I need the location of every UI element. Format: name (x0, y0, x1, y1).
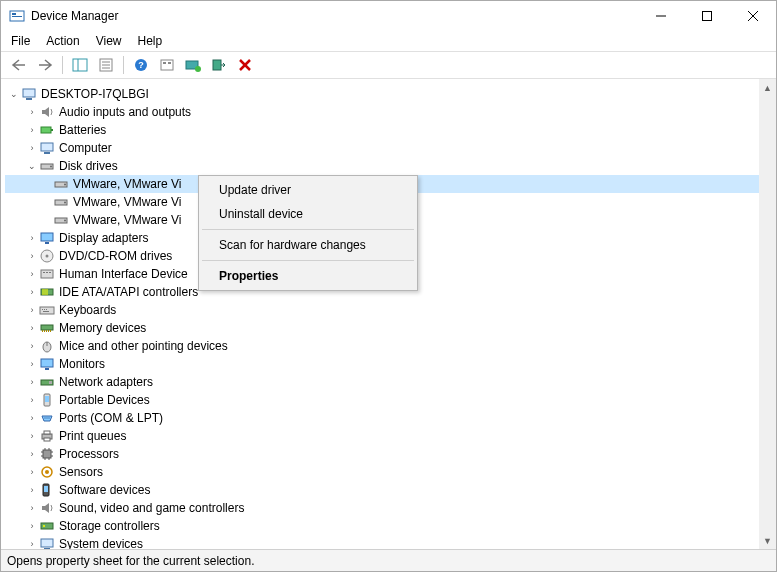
software-icon (39, 482, 55, 498)
forward-button[interactable] (33, 54, 57, 76)
menu-item-scan-hardware[interactable]: Scan for hardware changes (201, 233, 415, 257)
back-button[interactable] (7, 54, 31, 76)
tree-label: Monitors (59, 355, 105, 373)
help-icon[interactable]: ? (129, 54, 153, 76)
svg-point-88 (43, 525, 45, 527)
scan-hardware-icon[interactable] (207, 54, 231, 76)
chevron-down-icon[interactable]: ⌄ (25, 159, 39, 173)
system-icon (39, 536, 55, 549)
tree-item-system[interactable]: ›System devices (5, 535, 772, 549)
tree-item-memory[interactable]: ›Memory devices (5, 319, 772, 337)
tree-label: Portable Devices (59, 391, 150, 409)
tree-item-print[interactable]: ›Print queues (5, 427, 772, 445)
svg-rect-59 (50, 330, 51, 332)
chevron-right-icon[interactable]: › (25, 429, 39, 443)
svg-rect-65 (49, 381, 52, 384)
show-hide-console-tree-icon[interactable] (68, 54, 92, 76)
tree-label: Mice and other pointing devices (59, 337, 228, 355)
chevron-right-icon[interactable]: › (25, 105, 39, 119)
chevron-right-icon[interactable]: › (25, 447, 39, 461)
svg-text:?: ? (138, 60, 144, 70)
chevron-right-icon[interactable]: › (25, 411, 39, 425)
chevron-right-icon[interactable]: › (25, 141, 39, 155)
status-text: Opens property sheet for the current sel… (7, 554, 254, 568)
chevron-right-icon[interactable]: › (25, 537, 39, 549)
toolbar: ? (1, 51, 776, 79)
tree-item-software[interactable]: ›Software devices (5, 481, 772, 499)
chevron-right-icon[interactable]: › (25, 393, 39, 407)
chevron-right-icon[interactable]: › (25, 303, 39, 317)
menu-separator (202, 260, 414, 261)
menu-action[interactable]: Action (46, 34, 79, 48)
chevron-right-icon[interactable]: › (25, 249, 39, 263)
device-tree[interactable]: ⌄ DESKTOP-I7QLBGI › Audio inputs and out… (1, 79, 776, 549)
disk-icon (53, 176, 69, 192)
scroll-down-icon[interactable]: ▼ (759, 532, 776, 549)
menu-item-update-driver[interactable]: Update driver (201, 178, 415, 202)
tree-item-storage[interactable]: ›Storage controllers (5, 517, 772, 535)
chevron-right-icon[interactable]: › (25, 483, 39, 497)
keyboard-icon (39, 302, 55, 318)
menu-view[interactable]: View (96, 34, 122, 48)
chevron-right-icon[interactable]: › (25, 285, 39, 299)
tree-item-mice[interactable]: ›Mice and other pointing devices (5, 337, 772, 355)
properties-icon[interactable] (94, 54, 118, 76)
chevron-right-icon[interactable]: › (25, 321, 39, 335)
display-icon (39, 230, 55, 246)
sound-icon (39, 500, 55, 516)
chevron-right-icon[interactable]: › (25, 501, 39, 515)
chevron-right-icon[interactable]: › (25, 519, 39, 533)
svg-point-30 (50, 166, 52, 168)
tree-root[interactable]: ⌄ DESKTOP-I7QLBGI (5, 85, 772, 103)
toolbar-separator (123, 56, 124, 74)
chevron-right-icon[interactable]: › (25, 123, 39, 137)
menu-item-uninstall-device[interactable]: Uninstall device (201, 202, 415, 226)
tree-item-sensors[interactable]: ›Sensors (5, 463, 772, 481)
chevron-right-icon[interactable]: › (25, 375, 39, 389)
svg-rect-25 (41, 127, 51, 133)
menu-help[interactable]: Help (138, 34, 163, 48)
tree-item-sound[interactable]: ›Sound, video and game controllers (5, 499, 772, 517)
cpu-icon (39, 446, 55, 462)
svg-rect-43 (46, 272, 48, 273)
context-menu: Update driver Uninstall device Scan for … (198, 175, 418, 291)
chevron-right-icon[interactable]: › (25, 357, 39, 371)
ports-icon (39, 410, 55, 426)
tree-item-batteries[interactable]: › Batteries (5, 121, 772, 139)
tree-item-processors[interactable]: ›Processors (5, 445, 772, 463)
audio-icon (39, 104, 55, 120)
chevron-right-icon[interactable]: › (25, 231, 39, 245)
tree-item-network[interactable]: ›Network adapters (5, 373, 772, 391)
action-icon[interactable] (155, 54, 179, 76)
tree-label: Batteries (59, 121, 106, 139)
chevron-right-icon[interactable]: › (25, 465, 39, 479)
tree-item-computer[interactable]: › Computer (5, 139, 772, 157)
tree-item-monitors[interactable]: ›Monitors (5, 355, 772, 373)
tree-label: Software devices (59, 481, 150, 499)
tree-item-keyboards[interactable]: ›Keyboards (5, 301, 772, 319)
svg-rect-54 (41, 325, 53, 330)
svg-rect-44 (49, 272, 51, 273)
uninstall-icon[interactable] (233, 54, 257, 76)
tree-item-portable[interactable]: ›Portable Devices (5, 391, 772, 409)
tree-item-audio[interactable]: › Audio inputs and outputs (5, 103, 772, 121)
disk-icon (53, 194, 69, 210)
minimize-button[interactable] (638, 1, 684, 31)
menu-file[interactable]: File (11, 34, 30, 48)
scroll-up-icon[interactable]: ▲ (759, 79, 776, 96)
tree-item-ports[interactable]: ›Ports (COM & LPT) (5, 409, 772, 427)
menu-item-properties[interactable]: Properties (201, 264, 415, 288)
tree-item-disk-drives[interactable]: ⌄ Disk drives (5, 157, 772, 175)
svg-rect-87 (41, 523, 53, 529)
chevron-right-icon[interactable]: › (25, 339, 39, 353)
update-driver-icon[interactable] (181, 54, 205, 76)
maximize-button[interactable] (684, 1, 730, 31)
tree-label: Network adapters (59, 373, 153, 391)
vertical-scrollbar[interactable]: ▲ ▼ (759, 79, 776, 549)
tree-label: IDE ATA/ATAPI controllers (59, 283, 198, 301)
tree-label: Sensors (59, 463, 103, 481)
chevron-right-icon[interactable]: › (25, 267, 39, 281)
chevron-down-icon[interactable]: ⌄ (7, 87, 21, 101)
close-button[interactable] (730, 1, 776, 31)
ide-icon (39, 284, 55, 300)
